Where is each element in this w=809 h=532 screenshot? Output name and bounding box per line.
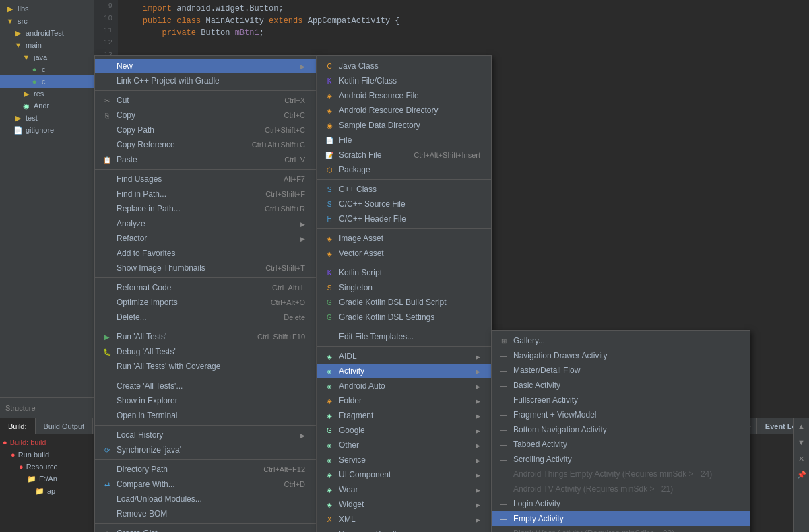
tab-build-output[interactable]: Build Output xyxy=(36,418,94,434)
side-down-icon[interactable]: ▼ xyxy=(796,436,808,448)
menu-item-ui-component[interactable]: ◈ UI Component xyxy=(317,467,491,482)
menu-item-kotlin-class[interactable]: K Kotlin File/Class xyxy=(317,73,491,88)
menu-item-folder[interactable]: ◈ Folder xyxy=(317,393,491,408)
sidebar-item-libs[interactable]: ▶ libs xyxy=(0,3,94,15)
menu-item-copy-path[interactable]: Copy Path Ctrl+Shift+C xyxy=(95,123,316,137)
menu-item-basic-activity[interactable]: — Basic Activity xyxy=(492,378,750,393)
menu-item-fullscreen[interactable]: — Fullscreen Activity xyxy=(492,393,750,407)
side-up-icon[interactable]: ▲ xyxy=(796,420,808,432)
menu-item-widget[interactable]: ◈ Widget xyxy=(317,497,491,512)
sidebar-item-c2[interactable]: ● c xyxy=(0,75,94,88)
menu-item-optimize-imports[interactable]: Optimize Imports Ctrl+Alt+O xyxy=(95,295,316,310)
tab-build[interactable]: Build: xyxy=(0,418,36,434)
sidebar-item-src[interactable]: ▼ src xyxy=(0,15,94,27)
menu-item-xml[interactable]: X XML xyxy=(317,512,491,527)
menu-item-debug-tests[interactable]: 🐛 Debug 'All Tests' xyxy=(95,344,316,359)
menu-item-dir-path[interactable]: Directory Path Ctrl+Alt+F12 xyxy=(95,462,316,477)
menu-item-find-usages[interactable]: Find Usages Alt+F7 xyxy=(95,172,316,187)
menu-item-singleton[interactable]: S Singleton xyxy=(317,280,491,295)
menu-item-service[interactable]: ◈ Service xyxy=(317,453,491,467)
shortcut: Ctrl+Shift+T xyxy=(265,264,305,272)
menu-item-aidl[interactable]: ◈ AIDL xyxy=(317,349,491,364)
menu-item-kotlin-script[interactable]: K Kotlin Script xyxy=(317,265,491,280)
menu-item-other[interactable]: ◈ Other xyxy=(317,438,491,453)
menu-item-create-tests[interactable]: Create 'All Tests'... xyxy=(95,378,316,393)
empty-activity-icon: — xyxy=(498,513,509,524)
sidebar-item-label: libs xyxy=(18,5,29,13)
menu-item-edit-templates[interactable]: Edit File Templates... xyxy=(317,329,491,344)
menu-item-load-modules[interactable]: Load/Unload Modules... xyxy=(95,492,316,506)
sidebar-item-label: c xyxy=(42,65,46,73)
sidebar-item-androidtest[interactable]: ▶ androidTest xyxy=(0,27,94,39)
sidebar-item-java[interactable]: ▼ java xyxy=(0,51,94,63)
menu-item-run-coverage[interactable]: Run 'All Tests' with Coverage xyxy=(95,359,316,374)
menu-item-compare-with[interactable]: ⇄ Compare With... Ctrl+D xyxy=(95,477,316,492)
menu-item-paste[interactable]: 📋 Paste Ctrl+V xyxy=(95,152,316,167)
menu-item-fragment-viewmodel[interactable]: — Fragment + ViewModel xyxy=(492,407,750,422)
menu-item-android-auto[interactable]: ◈ Android Auto xyxy=(317,378,491,393)
menu-item-fragment[interactable]: ◈ Fragment xyxy=(317,408,491,423)
side-del-icon[interactable]: ✕ xyxy=(796,453,808,465)
sidebar-item-c1[interactable]: ● c xyxy=(0,63,94,75)
file-icon: ● xyxy=(30,77,39,86)
menu-item-refactor[interactable]: Refactor xyxy=(95,231,316,246)
menu-item-cpp-class[interactable]: S C++ Class xyxy=(317,182,491,197)
menu-item-empty-activity[interactable]: — Empty Activity xyxy=(492,511,750,526)
menu-item-gradle-build[interactable]: G Gradle Kotlin DSL Build Script xyxy=(317,295,491,310)
menu-item-nav-drawer[interactable]: — Navigation Drawer Activity xyxy=(492,348,750,363)
menu-item-open-terminal[interactable]: Open in Terminal xyxy=(95,408,316,423)
menu-item-android-res-dir[interactable]: ◈ Android Resource Directory xyxy=(317,103,491,118)
menu-item-link-cpp[interactable]: Link C++ Project with Gradle xyxy=(95,73,316,88)
menu-item-sample-data[interactable]: ◉ Sample Data Directory xyxy=(317,118,491,133)
menu-item-run-tests[interactable]: ▶ Run 'All Tests' Ctrl+Shift+F10 xyxy=(95,329,316,344)
menu-item-local-history[interactable]: Local History xyxy=(95,428,316,442)
menu-item-show-thumbnails[interactable]: Show Image Thumbnails Ctrl+Shift+T xyxy=(95,261,316,275)
menu-item-cut[interactable]: ✂ Cut Ctrl+X xyxy=(95,93,316,108)
menu-item-gallery[interactable]: ⊞ Gallery... xyxy=(492,333,750,348)
menu-item-bottom-nav[interactable]: — Bottom Navigation Activity xyxy=(492,422,750,437)
menu-item-file[interactable]: 📄 File xyxy=(317,133,491,147)
menu-item-copy[interactable]: ⎘ Copy Ctrl+C xyxy=(95,108,316,123)
menu-item-tabbed[interactable]: — Tabbed Activity xyxy=(492,437,750,452)
menu-label: Debug 'All Tests' xyxy=(117,347,176,356)
menu-item-add-favorites[interactable]: Add to Favorites xyxy=(95,246,316,261)
menu-item-remove-bom[interactable]: Remove BOM xyxy=(95,506,316,521)
menu-item-cpp-header[interactable]: H C/C++ Header File xyxy=(317,211,491,226)
menu-item-show-explorer[interactable]: Show in Explorer xyxy=(95,393,316,408)
menu-item-sync-java[interactable]: ⟳ Synchronize 'java' xyxy=(95,442,316,457)
menu-item-wear[interactable]: ◈ Wear xyxy=(317,482,491,497)
menu-item-scratch-file[interactable]: 📝 Scratch File Ctrl+Alt+Shift+Insert xyxy=(317,147,491,162)
menu-item-package[interactable]: ⬡ Package xyxy=(317,162,491,177)
menu-item-copy-reference[interactable]: Copy Reference Ctrl+Alt+Shift+C xyxy=(95,137,316,152)
menu-item-google[interactable]: G Google xyxy=(317,423,491,438)
menu-label: Kotlin File/Class xyxy=(339,76,397,86)
menu-item-login[interactable]: — Login Activity xyxy=(492,496,750,511)
menu-item-new[interactable]: New xyxy=(95,59,316,73)
menu-item-reformat[interactable]: Reformat Code Ctrl+Alt+L xyxy=(95,280,316,295)
paste-icon: 📋 xyxy=(102,154,112,165)
menu-item-delete[interactable]: Delete... Delete xyxy=(95,310,316,325)
menu-item-vector-asset[interactable]: ◈ Vector Asset xyxy=(317,246,491,261)
sidebar-item-res[interactable]: ▶ res xyxy=(0,88,94,100)
sidebar-item-label: androidTest xyxy=(26,29,64,37)
menu-item-activity[interactable]: ◈ Activity xyxy=(317,364,491,378)
menu-item-replace-path[interactable]: Replace in Path... Ctrl+Shift+R xyxy=(95,201,316,216)
menu-item-android-res-file[interactable]: ◈ Android Resource File xyxy=(317,88,491,103)
menu-label: Other xyxy=(339,440,359,450)
side-pin-icon[interactable]: 📌 xyxy=(796,469,808,481)
menu-item-master-detail[interactable]: — Master/Detail Flow xyxy=(492,363,750,378)
menu-item-resource-bundle[interactable]: ◈ Resource Bundle xyxy=(317,527,491,532)
menu-item-find-path[interactable]: Find in Path... Ctrl+Shift+F xyxy=(95,187,316,201)
sidebar-item-gitignore[interactable]: 📄 gitignore xyxy=(0,124,94,136)
sidebar-item-main[interactable]: ▼ main xyxy=(0,39,94,51)
menu-item-java-class[interactable]: C Java Class xyxy=(317,59,491,73)
menu-item-cpp-source[interactable]: S C/C++ Source File xyxy=(317,197,491,211)
menu-item-image-asset[interactable]: ◈ Image Asset xyxy=(317,231,491,246)
find-icon xyxy=(102,174,112,185)
menu-item-scrolling[interactable]: — Scrolling Activity xyxy=(492,452,750,467)
menu-item-gradle-settings[interactable]: G Gradle Kotlin DSL Settings xyxy=(317,310,491,325)
menu-item-create-gist[interactable]: ⊙ Create Gist... xyxy=(95,526,316,532)
menu-item-analyze[interactable]: Analyze xyxy=(95,216,316,231)
sidebar-item-test[interactable]: ▶ test xyxy=(0,112,94,124)
sidebar-item-andr[interactable]: ◉ Andr xyxy=(0,100,94,112)
